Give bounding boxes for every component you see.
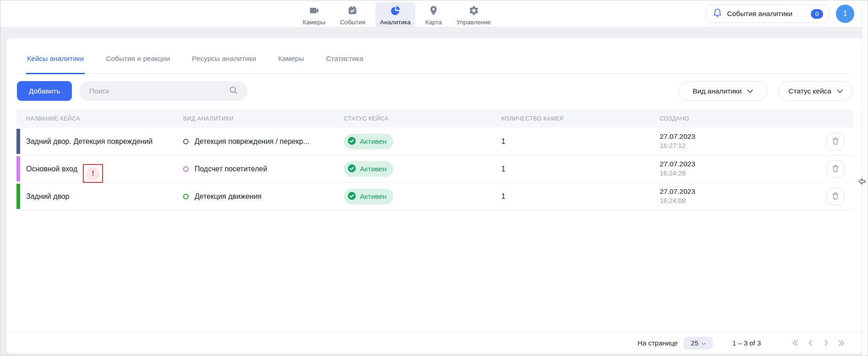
avatar[interactable]: 1 [836, 5, 854, 23]
events-button-label: События аналитики [727, 10, 792, 18]
table-footer: На странице 25 1 – 3 of 3 [6, 332, 863, 354]
trash-icon [830, 136, 841, 148]
table-row[interactable]: Задний двор Детекция движения Активен 1 … [16, 183, 853, 210]
nav-label: Карта [425, 19, 442, 26]
analytics-cases-screen: Камеры События [0, 0, 868, 356]
nav-item-cameras[interactable]: Камеры [298, 2, 330, 28]
analytics-type: Детекция движения [195, 192, 261, 201]
top-navigation-bar: Камеры События [0, 0, 868, 27]
table-header: НАЗВАНИЕ КЕЙСА ВИД АНАЛИТИКИ СТАТУС КЕЙС… [16, 110, 853, 128]
events-icon [347, 5, 358, 18]
tab-analytics-cases[interactable]: Кейсы аналитики [26, 50, 85, 74]
nav-label: События [340, 19, 365, 26]
delete-case-button[interactable] [827, 133, 844, 150]
main-nav: Камеры События [298, 2, 495, 28]
table-row[interactable]: Задний двор. Детекция повреждений Детекц… [16, 128, 853, 155]
created-time: 16:27:12 [660, 142, 695, 149]
cursor-icon [858, 178, 866, 186]
analytics-type-dot [183, 166, 189, 172]
bell-icon [712, 8, 722, 20]
column-header-status: СТАТУС КЕЙСА [344, 115, 388, 122]
tab-events-reactions[interactable]: События и реакции [105, 50, 171, 74]
gear-icon [468, 5, 479, 18]
case-name: Основной вход [26, 165, 77, 173]
check-circle-icon [347, 164, 356, 175]
nav-item-management[interactable]: Управление [452, 2, 495, 28]
nav-item-map[interactable]: Карта [421, 2, 446, 28]
column-header-type: ВИД АНАЛИТИКИ [183, 115, 233, 122]
map-pin-icon [428, 5, 439, 18]
nav-label: Управление [456, 19, 491, 26]
case-color-bar [16, 156, 20, 181]
content-card: Кейсы аналитики События и реакции Ресурс… [6, 38, 863, 354]
per-page-label: На странице [638, 339, 678, 347]
delete-case-button[interactable] [827, 188, 844, 205]
status-badge: Активен [344, 189, 393, 204]
created-cell: 27.07.2023 16:24:28 [660, 160, 695, 177]
tab-analytics-resources[interactable]: Ресурсы аналитики [191, 50, 257, 74]
column-header-created: СОЗДАНО [660, 115, 689, 122]
tab-bar: Кейсы аналитики События и реакции Ресурс… [16, 50, 853, 74]
nav-label: Камеры [303, 19, 325, 26]
table-body: Задний двор. Детекция повреждений Детекц… [16, 128, 853, 210]
camera-count: 1 [501, 192, 505, 201]
per-page-select[interactable]: 25 [684, 337, 713, 350]
case-color-bar [16, 184, 20, 209]
status-badge: Активен [344, 134, 393, 149]
camera-icon [309, 5, 320, 18]
analytics-icon [390, 5, 401, 18]
nav-label: Аналитика [380, 19, 411, 26]
analytics-type-filter[interactable]: Вид аналитики [678, 81, 767, 101]
nav-item-events[interactable]: События [335, 2, 370, 28]
case-color-bar [16, 129, 20, 154]
column-header-cameras: КОЛИЧЕСТВО КАМЕР [501, 115, 564, 122]
pagination-controls [789, 337, 847, 349]
case-name: Задний двор [26, 192, 70, 201]
check-circle-icon [347, 192, 356, 202]
first-page-button[interactable] [789, 337, 801, 349]
chevron-down-icon [701, 340, 706, 347]
analytics-type-dot [183, 194, 189, 199]
trash-icon [830, 164, 841, 175]
chevron-down-icon [837, 87, 843, 95]
check-circle-icon [347, 137, 356, 147]
analytics-type: Детекция повреждения / перекр... [195, 137, 309, 146]
next-page-button[interactable] [820, 337, 832, 349]
events-count-badge: 0 [811, 9, 823, 19]
analytics-events-button[interactable]: События аналитики 0 [706, 5, 829, 23]
camera-count: 1 [501, 165, 505, 173]
search-box[interactable] [79, 81, 248, 101]
add-case-button[interactable]: Добавить [17, 81, 72, 101]
warning-icon: ! [86, 167, 100, 181]
tab-statistics[interactable]: Статистика [325, 50, 364, 74]
column-header-name: НАЗВАНИЕ КЕЙСА [26, 115, 80, 122]
created-time: 16:24:08 [660, 197, 695, 204]
created-date: 27.07.2023 [660, 132, 695, 141]
case-name: Задний двор. Детекция повреждений [26, 137, 152, 146]
camera-count: 1 [501, 137, 505, 146]
pagination-range: 1 – 3 of 3 [732, 339, 761, 347]
case-status-filter[interactable]: Статус кейса [778, 81, 853, 101]
table-row[interactable]: Основной вход ! Подсчет посетителей Акти… [16, 155, 853, 183]
analytics-type-dot [183, 139, 189, 144]
delete-case-button[interactable] [827, 160, 844, 178]
nav-item-analytics[interactable]: Аналитика [375, 2, 415, 28]
created-date: 27.07.2023 [660, 160, 695, 168]
alert-highlight-box: ! [83, 164, 103, 183]
last-page-button[interactable] [836, 337, 847, 349]
created-date: 27.07.2023 [660, 187, 695, 196]
created-time: 16:24:28 [660, 170, 695, 177]
created-cell: 27.07.2023 16:24:08 [660, 187, 695, 204]
search-input[interactable] [89, 87, 228, 95]
status-badge: Активен [344, 161, 393, 177]
created-cell: 27.07.2023 16:27:12 [660, 132, 695, 149]
prev-page-button[interactable] [805, 337, 816, 349]
trash-icon [830, 191, 841, 203]
tab-cameras[interactable]: Камеры [277, 50, 305, 74]
analytics-type: Подсчет посетителей [195, 165, 267, 173]
chevron-down-icon [747, 87, 753, 95]
search-icon [228, 85, 239, 97]
